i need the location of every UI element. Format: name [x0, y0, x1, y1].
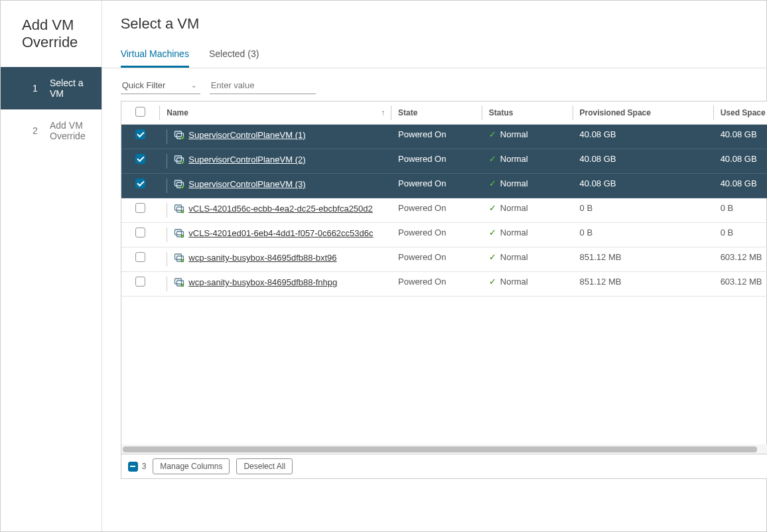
status-text: Normal [500, 228, 528, 237]
status-ok-icon: ✓ [489, 277, 496, 288]
row-divider [167, 252, 167, 267]
row-checkbox[interactable] [135, 228, 145, 237]
wizard-step[interactable]: 2Add VM Override [1, 109, 102, 152]
vm-icon [174, 253, 184, 263]
status-ok-icon: ✓ [489, 178, 496, 190]
deselect-all-button[interactable]: Deselect All [236, 458, 293, 474]
table-row[interactable]: wcp-sanity-busybox-84695dfb88-bxt96 Powe… [121, 247, 767, 272]
selected-count: 3 [142, 462, 147, 471]
chevron-down-icon: ⌄ [191, 82, 196, 89]
vm-icon [174, 228, 184, 239]
provisioned-cell: 0 B [573, 223, 714, 247]
vm-name-link[interactable]: SupervisorControlPlaneVM (2) [188, 154, 305, 166]
svg-rect-3 [175, 156, 182, 161]
table-row[interactable]: SupervisorControlPlaneVM (3) Powered On✓… [121, 174, 767, 198]
state-cell: Powered On [391, 174, 482, 198]
vm-table: Name ↑ State Status Provisioned Space Us… [121, 101, 767, 479]
provisioned-cell: 851.12 MB [573, 247, 714, 272]
filter-bar: Quick Filter ⌄ [102, 68, 767, 101]
step-label: Add VM Override [50, 120, 86, 141]
table-row[interactable]: SupervisorControlPlaneVM (1) Powered On✓… [121, 125, 767, 149]
vm-icon [174, 155, 184, 165]
status-text: Normal [500, 203, 528, 213]
status-ok-icon: ✓ [489, 252, 496, 263]
svg-rect-12 [175, 230, 182, 235]
sort-ascending-icon: ↑ [381, 108, 385, 117]
vm-name-link[interactable]: vCLS-4201d56c-ecbb-4ea2-dc25-ebcbfca250d… [188, 203, 373, 215]
table-row[interactable]: SupervisorControlPlaneVM (2) Powered On✓… [121, 149, 767, 174]
table-row[interactable]: vCLS-4201ed01-6eb4-4dd1-f057-0c662cc53d6… [121, 223, 767, 247]
row-divider [167, 277, 167, 291]
row-checkbox[interactable] [135, 252, 145, 262]
column-header-name[interactable]: Name ↑ [160, 101, 391, 125]
provisioned-cell: 40.08 GB [573, 174, 714, 198]
vm-name-link[interactable]: wcp-sanity-busybox-84695dfb88-bxt96 [188, 252, 336, 264]
table-footer: 3 Manage Columns Deselect All 7 items [121, 454, 767, 478]
vm-name-link[interactable]: SupervisorControlPlaneVM (1) [188, 129, 305, 141]
quick-filter-dropdown[interactable]: Quick Filter ⌄ [121, 78, 200, 94]
wizard-step[interactable]: 1Select a VM [1, 67, 102, 109]
status-text: Normal [500, 277, 528, 287]
vm-name-link[interactable]: vCLS-4201ed01-6eb4-4dd1-f057-0c662cc53d6… [188, 228, 373, 239]
svg-rect-0 [175, 131, 182, 137]
column-header-state[interactable]: State [391, 101, 482, 125]
column-header-provisioned[interactable]: Provisioned Space [573, 101, 714, 125]
scrollbar-thumb[interactable] [123, 446, 758, 452]
row-checkbox[interactable] [135, 154, 145, 164]
row-checkbox[interactable] [135, 277, 145, 287]
used-cell: 0 B [714, 223, 767, 247]
table-row[interactable]: vCLS-4201d56c-ecbb-4ea2-dc25-ebcbfca250d… [121, 198, 767, 223]
provisioned-cell: 851.12 MB [573, 272, 714, 297]
used-cell: 40.08 GB [714, 149, 767, 174]
filter-input[interactable] [210, 78, 316, 94]
status-text: Normal [500, 178, 528, 188]
tab[interactable]: Virtual Machines [121, 48, 189, 68]
vm-icon [174, 130, 184, 141]
row-divider [167, 203, 167, 218]
column-header-status[interactable]: Status [482, 101, 573, 125]
row-checkbox[interactable] [135, 129, 145, 139]
used-cell: 0 B [714, 198, 767, 223]
used-cell: 603.12 MB [714, 247, 767, 272]
used-cell: 603.12 MB [714, 272, 767, 297]
status-text: Normal [500, 129, 528, 139]
row-checkbox[interactable] [135, 178, 145, 188]
vm-icon [174, 277, 184, 288]
tabs: Virtual MachinesSelected (3) [102, 36, 767, 68]
svg-rect-6 [175, 180, 182, 186]
svg-rect-15 [175, 254, 182, 259]
table-row[interactable]: wcp-sanity-busybox-84695dfb88-fnhpg Powe… [121, 272, 767, 297]
status-ok-icon: ✓ [489, 154, 496, 165]
provisioned-cell: 40.08 GB [573, 149, 714, 174]
select-all-checkbox[interactable] [135, 107, 145, 117]
modal-dialog: Add VM Override 1Select a VM2Add VM Over… [0, 0, 767, 532]
row-divider [167, 228, 167, 242]
row-divider [167, 154, 167, 168]
svg-rect-9 [175, 205, 182, 210]
status-text: Normal [500, 252, 528, 262]
horizontal-scrollbar[interactable] [121, 444, 767, 454]
state-cell: Powered On [391, 125, 482, 149]
svg-rect-18 [175, 279, 182, 284]
state-cell: Powered On [391, 247, 482, 272]
vm-name-link[interactable]: SupervisorControlPlaneVM (3) [188, 178, 305, 190]
step-number: 2 [33, 125, 40, 136]
vm-name-link[interactable]: wcp-sanity-busybox-84695dfb88-fnhpg [188, 277, 337, 289]
quick-filter-label: Quick Filter [122, 80, 166, 90]
vm-icon [174, 204, 184, 214]
used-cell: 40.08 GB [714, 174, 767, 198]
tab[interactable]: Selected (3) [209, 48, 259, 68]
status-text: Normal [500, 154, 528, 164]
sidebar-title: Add VM Override [1, 1, 102, 67]
manage-columns-button[interactable]: Manage Columns [153, 458, 230, 474]
dialog-footer: CANCEL NEXT [102, 479, 767, 531]
status-ok-icon: ✓ [489, 228, 496, 239]
column-header-used[interactable]: Used Space [714, 101, 767, 125]
row-checkbox[interactable] [135, 203, 145, 213]
row-divider [167, 129, 167, 144]
selection-indicator-checkbox[interactable] [128, 462, 138, 472]
vm-icon [174, 179, 184, 190]
content-pane: Select a VM ✕ Virtual MachinesSelected (… [102, 1, 767, 531]
status-ok-icon: ✓ [489, 129, 496, 141]
state-cell: Powered On [391, 198, 482, 223]
